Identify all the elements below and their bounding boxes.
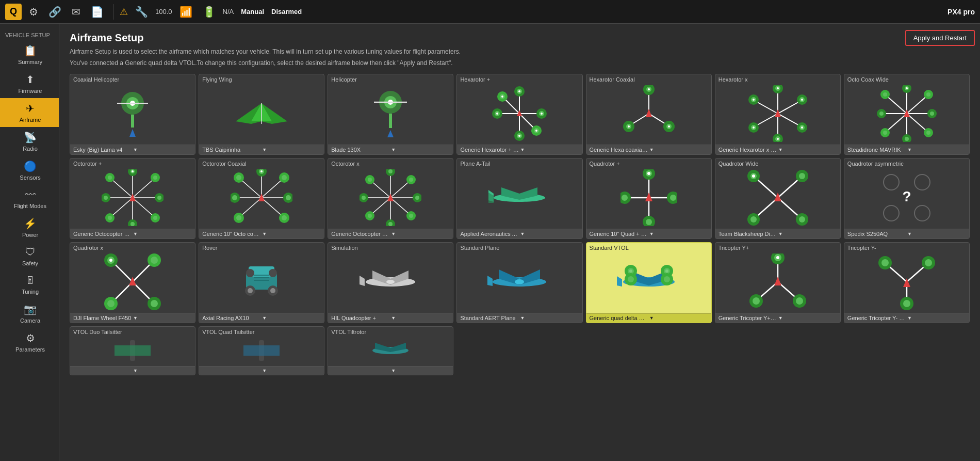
wrench-icon[interactable]: 🔧 [132,4,151,20]
quad-x-dropdown[interactable]: DJI Flame Wheel F450 ▼ [70,313,195,323]
svg-point-255 [629,269,632,273]
svg-point-127 [153,216,157,220]
svg-point-188 [647,172,650,175]
airframe-helicopter[interactable]: Helicopter Blade 130X ▼ [328,74,453,155]
dropdown-arrow4: ▼ [520,147,579,152]
octo-coaxial-dropdown[interactable]: Generic 10" Octo coaxial geomet ▼ [199,229,324,239]
sidebar-item-summary[interactable]: 📋 Summary [0,40,59,69]
quad-asym-label: Quadrotor asymmetric [844,158,969,167]
airframe-vtol-duo[interactable]: VTOL Duo Tailsitter ▼ [70,326,195,375]
app-logo-icon[interactable]: Q [5,4,22,20]
octo-coax-wide-dropdown[interactable]: Steadidrone MAVRIK ▼ [844,145,969,154]
airframe-vtol-tilt[interactable]: VTOL Tiltrotor ▼ [328,326,453,375]
octo-plus-dropdown[interactable]: Generic Octocopter + geometry ▼ [70,229,195,239]
airframe-quad-wide[interactable]: Quadrotor Wide Team Blac [715,158,841,239]
sidebar-label-power: Power [22,232,38,238]
airframe-quad-plus[interactable]: Quadrotor + Generic 10" [586,158,712,239]
airframe-hex-x[interactable]: Hexarotor x [715,74,841,155]
svg-point-190 [646,219,652,225]
sidebar-item-airframe[interactable]: ✈ Airframe [0,98,59,127]
svg-line-82 [907,96,927,114]
flying-wing-dropdown[interactable]: TBS Caipirinha ▼ [199,145,324,154]
svg-point-125 [108,216,112,220]
sidebar-item-firmware[interactable]: ⬆ Firmware [0,69,59,98]
airframe-hex-coax[interactable]: Hexarotor Coaxial Generic Hexa coaxial g… [586,74,712,155]
simulation-img [328,251,453,313]
quad-plus-dropdown[interactable]: Generic 10" Quad + geometry ▼ [586,229,711,239]
hex-coax-dropdown[interactable]: Generic Hexa coaxial geometry ▼ [586,145,711,154]
svg-point-204 [799,173,805,179]
airframe-vtol-quad[interactable]: VTOL Quad Tailsitter ▼ [199,326,324,375]
svg-point-117 [104,196,108,200]
std-plane-dropdown[interactable]: Standard AERT Plane ▼ [457,313,582,323]
sensors-icon: 🔵 [24,160,37,172]
tri-yminus-dropdown[interactable]: Generic Tricopter Y- Geometry ▼ [844,313,969,323]
airframe-octo-coax-wide[interactable]: Octo Coax Wide [844,74,970,155]
hex-plus-dropdown[interactable]: Generic Hexarotor + geometry ▼ [457,145,582,154]
quad-wide-img [715,167,840,229]
vtol-quad-dropdown[interactable]: ▼ [199,366,324,375]
svg-point-101 [926,131,930,135]
airframe-hex-plus[interactable]: Hexarotor + [456,74,582,155]
settings-icon[interactable]: ⚙ [26,4,41,20]
vtol-tilt-img [328,335,453,366]
airframe-std-vtol[interactable]: Standard VTOL [586,242,712,323]
sidebar-item-flight-modes[interactable]: 〰 Flight Modes [0,185,59,213]
simulation-dropdown[interactable]: HIL Quadcopter + ▼ [328,313,453,323]
svg-point-148 [236,215,241,220]
sidebar-item-power[interactable]: ⚡ Power [0,213,59,242]
quad-wide-dropdown[interactable]: Team Blacksheep Discovery Enduranc ▼ [715,229,840,239]
sidebar-item-sensors[interactable]: 🔵 Sensors [0,156,59,185]
airframe-octo-x[interactable]: Octorotor x [328,158,453,239]
helicopter-dropdown[interactable]: Blade 130X ▼ [328,145,453,154]
sidebar-label-airframe: Airframe [20,117,41,123]
airframe-octo-plus[interactable]: Octorotor + [70,158,195,239]
svg-point-175 [409,214,413,218]
hex-x-dropdown[interactable]: Generic Hexarotor x geometry ▼ [715,145,840,154]
quad-asym-value: Spedix S250AQ [847,231,906,237]
svg-point-44 [648,88,650,90]
sidebar-item-radio[interactable]: 📡 Radio [0,127,59,156]
svg-line-133 [262,179,283,198]
airframe-flying-wing[interactable]: Flying Wing TBS Caipirinha ▼ [199,74,324,155]
coax-heli-dropdown[interactable]: Esky (Big) Lama v4 ▼ [70,145,195,154]
airframe-tri-yplus[interactable]: Tricopter Y+ Generic Tricopter Y+ Geomet… [715,242,841,323]
quad-plus-img [586,167,711,229]
apply-restart-button[interactable]: Apply and Restart [905,30,975,46]
airframe-rover[interactable]: Rover [199,242,324,323]
vtol-tilt-dropdown[interactable]: ▼ [328,366,453,375]
svg-point-113 [132,170,134,172]
svg-point-60 [777,87,779,89]
svg-point-211 [914,174,930,190]
sidebar-item-camera[interactable]: 📷 Camera [0,299,59,328]
dropdown-arrow10: ▼ [391,231,450,236]
flight-mode: Manual [241,8,264,15]
plane-atail-dropdown[interactable]: Applied Aeronautics Albatross ▼ [457,229,582,239]
send-icon[interactable]: ✉ [69,4,84,20]
airframe-simulation[interactable]: Simulation HIL Quadcopter + ▼ [328,242,453,323]
airframe-octo-coaxial[interactable]: Octorotor Coaxial [199,158,324,239]
sidebar-item-tuning[interactable]: 🎚 Tuning [0,271,59,299]
quad-asym-dropdown[interactable]: Spedix S250AQ ▼ [844,229,969,239]
octo-x-dropdown[interactable]: Generic Octocopter X geometry ▼ [328,229,453,239]
sidebar-item-parameters[interactable]: ⚙ Parameters [0,328,59,357]
std-vtol-dropdown[interactable]: Generic quad delta VTOL ▼ [586,313,711,323]
airframe-quad-x[interactable]: Quadrotor x DJI Flame Wh [70,242,195,323]
airframe-tri-yminus[interactable]: Tricopter Y- Generic Tricopter Y- Geomet… [844,242,970,323]
airframe-quad-asym[interactable]: Quadrotor asymmetric ? Spedix S250AQ ▼ [844,158,970,239]
svg-point-232 [248,288,253,293]
tri-yplus-dropdown[interactable]: Generic Tricopter Y+ Geometry ▼ [715,313,840,323]
rover-dropdown[interactable]: Axial Racing AX10 ▼ [199,313,324,323]
dropdown-arrow14: ▼ [907,231,966,236]
vtol-duo-dropdown[interactable]: ▼ [70,366,195,375]
log-icon[interactable]: 📄 [88,4,107,20]
airframe-plane-atail[interactable]: Plane A-Tail Applied Aeronautics Alba [456,158,582,239]
vehicle-icon[interactable]: 🔗 [45,4,64,20]
airframe-std-plane[interactable]: Standard Plane Standard AERT Plane ▼ [456,242,582,323]
svg-point-227 [151,300,158,307]
warning-icon[interactable]: ⚠ [120,6,128,18]
sidebar-label-radio: Radio [23,146,38,152]
sidebar-item-safety[interactable]: 🛡 Safety [0,242,59,271]
airframe-coax-heli[interactable]: Coaxial Helicopter Esky (Big) Lama v4 ▼ [70,74,195,155]
dropdown-arrow22: ▼ [133,368,192,373]
